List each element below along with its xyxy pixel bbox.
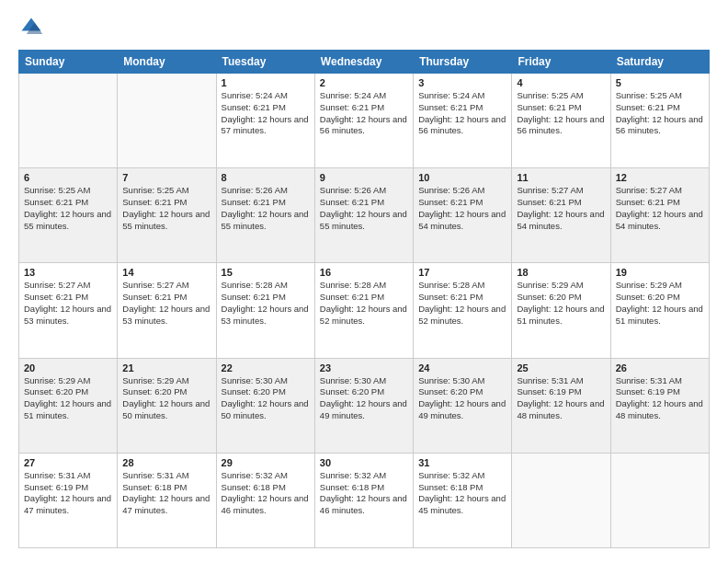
calendar-cell: 20Sunrise: 5:29 AM Sunset: 6:20 PM Dayli…	[19, 358, 118, 453]
calendar-cell: 30Sunrise: 5:32 AM Sunset: 6:18 PM Dayli…	[314, 453, 413, 547]
day-info: Sunrise: 5:25 AM Sunset: 6:21 PM Dayligh…	[517, 90, 605, 137]
calendar-cell: 5Sunrise: 5:25 AM Sunset: 6:21 PM Daylig…	[610, 74, 709, 168]
day-info: Sunrise: 5:32 AM Sunset: 6:18 PM Dayligh…	[222, 470, 310, 517]
day-info: Sunrise: 5:28 AM Sunset: 6:21 PM Dayligh…	[222, 280, 310, 327]
calendar-cell: 22Sunrise: 5:30 AM Sunset: 6:20 PM Dayli…	[216, 358, 314, 453]
day-info: Sunrise: 5:30 AM Sunset: 6:20 PM Dayligh…	[320, 375, 408, 422]
day-info: Sunrise: 5:31 AM Sunset: 6:18 PM Dayligh…	[122, 470, 210, 517]
day-number: 31	[418, 457, 506, 468]
day-info: Sunrise: 5:31 AM Sunset: 6:19 PM Dayligh…	[517, 375, 605, 422]
day-info: Sunrise: 5:28 AM Sunset: 6:21 PM Dayligh…	[418, 280, 506, 327]
logo	[18, 15, 48, 40]
day-info: Sunrise: 5:24 AM Sunset: 6:21 PM Dayligh…	[418, 90, 506, 137]
day-number: 24	[418, 362, 506, 373]
calendar-cell: 15Sunrise: 5:28 AM Sunset: 6:21 PM Dayli…	[216, 263, 314, 358]
week-row-4: 27Sunrise: 5:31 AM Sunset: 6:19 PM Dayli…	[19, 453, 710, 547]
day-number: 15	[222, 267, 310, 278]
day-number: 12	[616, 172, 704, 183]
day-info: Sunrise: 5:28 AM Sunset: 6:21 PM Dayligh…	[320, 280, 408, 327]
day-info: Sunrise: 5:29 AM Sunset: 6:20 PM Dayligh…	[616, 280, 704, 327]
day-number: 21	[122, 362, 210, 373]
calendar-cell	[610, 453, 709, 547]
day-info: Sunrise: 5:32 AM Sunset: 6:18 PM Dayligh…	[418, 470, 506, 517]
day-number: 2	[320, 77, 408, 88]
day-number: 26	[616, 362, 704, 373]
day-number: 25	[517, 362, 605, 373]
weekday-saturday: Saturday	[610, 51, 709, 74]
calendar-cell: 25Sunrise: 5:31 AM Sunset: 6:19 PM Dayli…	[512, 358, 610, 453]
calendar-cell: 2Sunrise: 5:24 AM Sunset: 6:21 PM Daylig…	[314, 74, 413, 168]
calendar-cell: 7Sunrise: 5:25 AM Sunset: 6:21 PM Daylig…	[118, 168, 216, 263]
week-row-1: 6Sunrise: 5:25 AM Sunset: 6:21 PM Daylig…	[19, 168, 710, 263]
day-info: Sunrise: 5:30 AM Sunset: 6:20 PM Dayligh…	[418, 375, 506, 422]
day-info: Sunrise: 5:26 AM Sunset: 6:21 PM Dayligh…	[222, 185, 310, 232]
calendar-cell	[512, 453, 610, 547]
day-number: 16	[320, 267, 408, 278]
day-number: 10	[418, 172, 506, 183]
day-number: 23	[320, 362, 408, 373]
day-number: 19	[616, 267, 704, 278]
day-number: 7	[122, 172, 210, 183]
day-number: 8	[222, 172, 310, 183]
day-number: 30	[320, 457, 408, 468]
calendar-cell: 3Sunrise: 5:24 AM Sunset: 6:21 PM Daylig…	[414, 74, 512, 168]
calendar-cell: 8Sunrise: 5:26 AM Sunset: 6:21 PM Daylig…	[216, 168, 314, 263]
day-info: Sunrise: 5:31 AM Sunset: 6:19 PM Dayligh…	[24, 470, 112, 517]
day-info: Sunrise: 5:29 AM Sunset: 6:20 PM Dayligh…	[517, 280, 605, 327]
day-number: 22	[222, 362, 310, 373]
day-info: Sunrise: 5:30 AM Sunset: 6:20 PM Dayligh…	[222, 375, 310, 422]
calendar-table: SundayMondayTuesdayWednesdayThursdayFrid…	[18, 50, 710, 548]
day-info: Sunrise: 5:25 AM Sunset: 6:21 PM Dayligh…	[616, 90, 704, 137]
day-info: Sunrise: 5:29 AM Sunset: 6:20 PM Dayligh…	[122, 375, 210, 422]
calendar-cell	[19, 74, 118, 168]
calendar-cell: 24Sunrise: 5:30 AM Sunset: 6:20 PM Dayli…	[414, 358, 512, 453]
day-number: 13	[24, 267, 112, 278]
day-info: Sunrise: 5:24 AM Sunset: 6:21 PM Dayligh…	[320, 90, 408, 137]
calendar-cell: 17Sunrise: 5:28 AM Sunset: 6:21 PM Dayli…	[414, 263, 512, 358]
day-number: 11	[517, 172, 605, 183]
page: SundayMondayTuesdayWednesdayThursdayFrid…	[0, 0, 728, 563]
day-number: 9	[320, 172, 408, 183]
calendar-cell: 13Sunrise: 5:27 AM Sunset: 6:21 PM Dayli…	[19, 263, 118, 358]
calendar-cell: 31Sunrise: 5:32 AM Sunset: 6:18 PM Dayli…	[414, 453, 512, 547]
weekday-monday: Monday	[118, 51, 216, 74]
day-number: 3	[418, 77, 506, 88]
weekday-friday: Friday	[512, 51, 610, 74]
calendar-cell: 29Sunrise: 5:32 AM Sunset: 6:18 PM Dayli…	[216, 453, 314, 547]
calendar-cell: 14Sunrise: 5:27 AM Sunset: 6:21 PM Dayli…	[118, 263, 216, 358]
day-info: Sunrise: 5:26 AM Sunset: 6:21 PM Dayligh…	[320, 185, 408, 232]
day-number: 14	[122, 267, 210, 278]
calendar-cell: 6Sunrise: 5:25 AM Sunset: 6:21 PM Daylig…	[19, 168, 118, 263]
day-number: 18	[517, 267, 605, 278]
day-number: 29	[222, 457, 310, 468]
day-number: 27	[24, 457, 112, 468]
calendar-cell: 23Sunrise: 5:30 AM Sunset: 6:20 PM Dayli…	[314, 358, 413, 453]
day-info: Sunrise: 5:27 AM Sunset: 6:21 PM Dayligh…	[616, 185, 704, 232]
calendar-body: 1Sunrise: 5:24 AM Sunset: 6:21 PM Daylig…	[19, 74, 710, 548]
calendar-cell: 21Sunrise: 5:29 AM Sunset: 6:20 PM Dayli…	[118, 358, 216, 453]
calendar-cell: 16Sunrise: 5:28 AM Sunset: 6:21 PM Dayli…	[314, 263, 413, 358]
day-number: 17	[418, 267, 506, 278]
calendar-cell: 19Sunrise: 5:29 AM Sunset: 6:20 PM Dayli…	[610, 263, 709, 358]
calendar-cell: 9Sunrise: 5:26 AM Sunset: 6:21 PM Daylig…	[314, 168, 413, 263]
day-info: Sunrise: 5:26 AM Sunset: 6:21 PM Dayligh…	[418, 185, 506, 232]
day-number: 6	[24, 172, 112, 183]
calendar-cell: 28Sunrise: 5:31 AM Sunset: 6:18 PM Dayli…	[118, 453, 216, 547]
day-number: 5	[616, 77, 704, 88]
calendar-cell: 4Sunrise: 5:25 AM Sunset: 6:21 PM Daylig…	[512, 74, 610, 168]
calendar-cell	[118, 74, 216, 168]
week-row-2: 13Sunrise: 5:27 AM Sunset: 6:21 PM Dayli…	[19, 263, 710, 358]
day-info: Sunrise: 5:25 AM Sunset: 6:21 PM Dayligh…	[122, 185, 210, 232]
day-number: 20	[24, 362, 112, 373]
day-info: Sunrise: 5:27 AM Sunset: 6:21 PM Dayligh…	[24, 280, 112, 327]
calendar-cell: 12Sunrise: 5:27 AM Sunset: 6:21 PM Dayli…	[610, 168, 709, 263]
week-row-3: 20Sunrise: 5:29 AM Sunset: 6:20 PM Dayli…	[19, 358, 710, 453]
header	[18, 15, 710, 40]
weekday-wednesday: Wednesday	[314, 51, 413, 74]
day-number: 28	[122, 457, 210, 468]
calendar-cell: 27Sunrise: 5:31 AM Sunset: 6:19 PM Dayli…	[19, 453, 118, 547]
weekday-sunday: Sunday	[19, 51, 118, 74]
day-number: 4	[517, 77, 605, 88]
logo-icon	[18, 15, 44, 40]
calendar-cell: 1Sunrise: 5:24 AM Sunset: 6:21 PM Daylig…	[216, 74, 314, 168]
